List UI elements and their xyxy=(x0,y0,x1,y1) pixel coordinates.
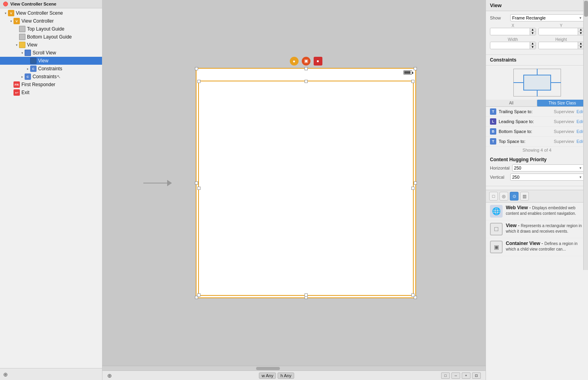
inner-handle-mr[interactable] xyxy=(411,187,414,190)
x-stepper[interactable]: 0 ▲ ▼ xyxy=(490,28,536,35)
sidebar-bottom: ⊕ xyxy=(0,368,102,380)
icon-exit: ↩ xyxy=(13,89,20,96)
label-constraints-1: Constraints xyxy=(38,66,62,71)
height-stepper[interactable]: 600 ▲ ▼ xyxy=(538,42,584,49)
tree-item-view-parent[interactable]: ▾ View xyxy=(0,41,102,49)
label-top-layout: Top Layout Guide xyxy=(27,26,64,32)
bottom-left-icon[interactable]: ⊕ xyxy=(107,372,112,379)
inner-handle-tr[interactable] xyxy=(411,80,414,83)
width-size-selector[interactable]: w Any xyxy=(259,372,276,379)
right-panel-scroll[interactable]: View Show Frame Rectangle X xyxy=(486,0,588,190)
y-label: Y xyxy=(538,23,584,28)
tree-item-scroll-view[interactable]: ▾ Scroll View xyxy=(0,49,102,57)
handle-tl[interactable] xyxy=(195,67,198,70)
x-input[interactable]: 0 xyxy=(490,28,530,35)
height-size-selector[interactable]: h Any xyxy=(278,372,294,379)
y-stepper[interactable]: ▲ ▼ xyxy=(538,28,584,35)
icon-top-layout xyxy=(19,26,25,32)
tree-item-bottom-layout[interactable]: ▸ Bottom Layout Guide xyxy=(0,33,102,41)
icon-scroll-view xyxy=(25,50,31,56)
tab-this-size-class[interactable]: This Size Class xyxy=(537,100,588,106)
constraint-bottom-superview: Superview xyxy=(554,129,574,134)
obj-tab-media[interactable]: ▥ xyxy=(520,192,529,201)
width-stepper-down[interactable]: ▼ xyxy=(530,46,536,49)
width-input-group: Width 600 ▲ ▼ xyxy=(490,37,536,49)
label-bottom-layout: Bottom Layout Guide xyxy=(27,34,72,40)
width-input[interactable]: 600 xyxy=(490,42,530,49)
canvas-hscrollbar[interactable] xyxy=(102,366,486,370)
obj-item-webview[interactable]: 🌐 Web View - Displays embedded web conte… xyxy=(486,203,588,220)
constraint-leading-superview: Superview xyxy=(554,119,574,124)
canvas-area: ● ▣ ■ xyxy=(102,0,486,380)
inner-handle-tl[interactable] xyxy=(197,80,200,83)
obj-tab-classes[interactable]: ◎ xyxy=(499,192,508,201)
inner-handle-br[interactable] xyxy=(411,293,414,297)
tab-all[interactable]: All xyxy=(486,100,537,106)
hugging-vertical-label: Vertical xyxy=(490,175,508,179)
obj-tab-objects[interactable]: ⊙ xyxy=(510,192,519,201)
toolbar-icon-fr[interactable]: ▣ xyxy=(302,57,310,66)
vscroll-thumb[interactable] xyxy=(584,1,588,17)
tree-item-constraints-1[interactable]: ▸ C Constraints xyxy=(0,65,102,73)
tree-item-view-child[interactable]: ▸ View xyxy=(0,57,102,65)
height-input[interactable]: 600 xyxy=(539,42,578,49)
inner-handle-bl[interactable] xyxy=(197,293,200,297)
y-input[interactable] xyxy=(539,28,578,35)
constraint-top[interactable]: T Top Space to: Superview Edit xyxy=(486,137,588,147)
inner-handle-ml[interactable] xyxy=(197,187,200,190)
inner-handle-tc[interactable] xyxy=(305,80,308,83)
height-stepper-down[interactable]: ▼ xyxy=(578,46,584,49)
panel-show-row: Show Frame Rectangle xyxy=(490,14,584,21)
tree-item-top-layout[interactable]: ▸ Top Layout Guide xyxy=(0,25,102,33)
bottom-right-icons: □ ↔ + ⊡ xyxy=(441,372,481,379)
hugging-horizontal-select[interactable]: 250 xyxy=(512,164,584,172)
vc-inner-rect[interactable] xyxy=(198,81,414,296)
x-stepper-btns: ▲ ▼ xyxy=(530,28,536,35)
handle-tc[interactable] xyxy=(305,67,308,70)
obj-item-container[interactable]: ▣ Container View - Defines a region in w… xyxy=(486,238,588,256)
bottom-icon-2[interactable]: ↔ xyxy=(451,372,460,379)
bottom-icon-4[interactable]: ⊡ xyxy=(472,372,481,379)
sidebar-title: View Controller Scene xyxy=(10,2,56,6)
inner-handle-bc[interactable] xyxy=(305,293,308,297)
bottom-icon-3[interactable]: + xyxy=(462,372,470,379)
close-button[interactable] xyxy=(3,2,8,6)
y-stepper-down[interactable]: ▼ xyxy=(578,32,584,35)
obj-item-view[interactable]: □ View - Represents a rectangular region… xyxy=(486,220,588,238)
wh-row: Width 600 ▲ ▼ Height 600 xyxy=(490,37,584,49)
constraints-section: Constraints All This Siz xyxy=(486,55,588,154)
show-select-wrapper[interactable]: Frame Rectangle xyxy=(510,14,584,21)
right-panel-vscrollbar[interactable] xyxy=(583,0,588,270)
bottom-icon-1[interactable]: □ xyxy=(441,372,450,379)
handle-mr[interactable] xyxy=(414,181,417,185)
canvas-container: ● ▣ ■ xyxy=(120,32,469,334)
hscroll-thumb[interactable] xyxy=(256,367,280,370)
constraint-top-icon: T xyxy=(490,138,496,145)
hugging-vertical-select[interactable]: 250 xyxy=(510,174,584,181)
tree-item-vc-scene[interactable]: ▾ V View Controller Scene xyxy=(0,9,102,17)
constraint-bottom[interactable]: B Bottom Space to: Superview Edit xyxy=(486,127,588,137)
obj-tab-files[interactable]: □ xyxy=(489,192,498,201)
tree-item-first-responder[interactable]: ▸ FR First Responder xyxy=(0,81,102,89)
compression-section: Content Compression Resistance Priority … xyxy=(486,186,588,190)
constraint-leading-label: Leading Space to: xyxy=(499,119,551,124)
show-select[interactable]: Frame Rectangle xyxy=(510,14,584,21)
obj-item-webview-text: Web View - Displays embedded web content… xyxy=(506,205,584,217)
tree-item-vc[interactable]: ▾ V View Controller xyxy=(0,17,102,25)
tree-item-constraints-2[interactable]: ▸ C Constraints ↖ xyxy=(0,73,102,81)
constraint-trailing[interactable]: T Trailing Space to: Superview Edit xyxy=(486,107,588,117)
handle-tr[interactable] xyxy=(414,67,417,70)
tree-item-exit[interactable]: ▸ ↩ Exit xyxy=(0,89,102,96)
hugging-horizontal-select-wrapper[interactable]: 250 xyxy=(512,164,584,172)
sidebar-header: View Controller Scene xyxy=(0,0,102,8)
canvas-scroll[interactable]: ● ▣ ■ xyxy=(102,0,486,366)
constraint-leading[interactable]: L Leading Space to: Superview Edit xyxy=(486,117,588,127)
toolbar-icon-vc[interactable]: ● xyxy=(290,57,299,66)
icon-view-parent xyxy=(19,42,25,48)
x-input-group: X 0 ▲ ▼ xyxy=(490,23,536,35)
x-stepper-down[interactable]: ▼ xyxy=(530,32,536,35)
hugging-vertical-select-wrapper[interactable]: 250 xyxy=(510,174,584,181)
toolbar-icon-exit[interactable]: ■ xyxy=(314,57,322,66)
width-stepper[interactable]: 600 ▲ ▼ xyxy=(490,42,536,49)
handle-ml[interactable] xyxy=(195,181,198,185)
